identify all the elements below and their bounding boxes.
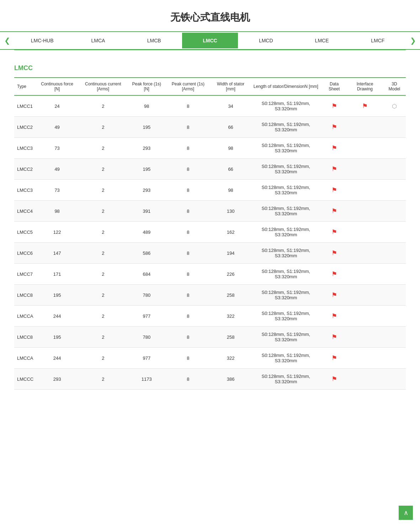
cell-peak-current: 8 (165, 306, 211, 327)
cell-interface-drawing (347, 159, 383, 180)
cell-interface-drawing[interactable]: ⚑ (347, 95, 383, 117)
nav-tab-lmc-hub[interactable]: LMC-HUB (14, 33, 70, 48)
nav-tab-lmce[interactable]: LMCE (294, 33, 350, 48)
col-header-interface-drawing: Interface Drawing (347, 78, 383, 95)
cell-data-sheet[interactable]: ⚑ (321, 369, 347, 390)
cell-data-sheet[interactable]: ⚑ (321, 138, 347, 159)
cell-width-stator: 322 (211, 348, 250, 369)
table-row: LMCC717126848226S0:128mm, S1:192mm, S3:3… (14, 264, 406, 285)
cell-cont-force: 195 (36, 285, 78, 306)
cell-data-sheet[interactable]: ⚑ (321, 243, 347, 264)
cell-data-sheet[interactable]: ⚑ (321, 264, 347, 285)
cell-3d-model (383, 138, 406, 159)
cell-length-stator: S0:128mm, S1:192mm, S3:320mm (250, 201, 322, 222)
table-row: LMCC512224898162S0:128mm, S1:192mm, S3:3… (14, 222, 406, 243)
cell-type: LMCC2 (14, 159, 36, 180)
cell-peak-force: 293 (128, 138, 165, 159)
cell-3d-model (383, 264, 406, 285)
cell-data-sheet[interactable]: ⚑ (321, 306, 347, 327)
pdf-icon[interactable]: ⚑ (331, 291, 337, 299)
cell-width-stator: 322 (211, 306, 250, 327)
cell-type: LMCC2 (14, 117, 36, 138)
cell-cont-current: 2 (78, 348, 128, 369)
pdf-icon[interactable]: ⚑ (331, 249, 337, 257)
cell-data-sheet[interactable]: ⚑ (321, 222, 347, 243)
cell-interface-drawing (347, 117, 383, 138)
nav-right-arrow[interactable]: ❯ (406, 32, 420, 49)
cell-3d-model (383, 369, 406, 390)
nav-tabs: LMC-HUBLMCALMCBLMCCLMCDLMCELMCF (14, 33, 406, 48)
table-row: LMCCA24429778322S0:128mm, S1:192mm, S3:3… (14, 348, 406, 369)
cell-peak-current: 8 (165, 159, 211, 180)
cell-peak-current: 8 (165, 117, 211, 138)
cell-width-stator: 258 (211, 285, 250, 306)
nav-tab-lmcb[interactable]: LMCB (126, 33, 182, 48)
cell-data-sheet[interactable]: ⚑ (321, 201, 347, 222)
cell-cont-current: 2 (78, 264, 128, 285)
cell-width-stator: 162 (211, 222, 250, 243)
cell-interface-drawing (347, 306, 383, 327)
pdf-icon[interactable]: ⚑ (331, 354, 337, 362)
cell-peak-current: 8 (165, 222, 211, 243)
cell-data-sheet[interactable]: ⚑ (321, 117, 347, 138)
cell-interface-drawing (347, 264, 383, 285)
col-header-model-3d: 3D Model (383, 78, 406, 95)
cell-cont-current: 2 (78, 138, 128, 159)
cell-length-stator: S0:128mm, S1:192mm, S3:320mm (250, 159, 322, 180)
nav-tab-lmcf[interactable]: LMCF (350, 33, 406, 48)
cell-data-sheet[interactable]: ⚑ (321, 180, 347, 201)
col-header-cont-current: Continuous current [Arms] (78, 78, 128, 95)
cell-interface-drawing (347, 180, 383, 201)
pdf-icon[interactable]: ⚑ (331, 228, 337, 236)
nav-tab-lmca[interactable]: LMCA (70, 33, 126, 48)
cell-3d-model[interactable]: ⬡ (383, 95, 406, 117)
section-title: LMCC (14, 64, 406, 72)
cell-length-stator: S0:128mm, S1:192mm, S3:320mm (250, 306, 322, 327)
interface-pdf-icon[interactable]: ⚑ (362, 102, 368, 110)
pdf-icon[interactable]: ⚑ (331, 144, 337, 152)
pdf-icon[interactable]: ⚑ (331, 165, 337, 173)
cell-length-stator: S0:128mm, S1:192mm, S3:320mm (250, 348, 322, 369)
col-header-peak-force: Peak force (1s) [N] (128, 78, 165, 95)
cell-data-sheet[interactable]: ⚑ (321, 95, 347, 117)
cell-peak-force: 98 (128, 95, 165, 117)
pdf-icon[interactable]: ⚑ (331, 207, 337, 215)
cell-data-sheet[interactable]: ⚑ (321, 285, 347, 306)
pdf-icon[interactable]: ⚑ (331, 270, 337, 278)
cell-type: LMCC3 (14, 138, 36, 159)
cell-cont-force: 293 (36, 369, 78, 390)
cell-cont-force: 195 (36, 327, 78, 348)
pdf-icon[interactable]: ⚑ (331, 123, 337, 131)
cell-peak-current: 8 (165, 201, 211, 222)
pdf-icon[interactable]: ⚑ (331, 186, 337, 194)
nav-tab-lmcc[interactable]: LMCC (182, 33, 238, 48)
pdf-icon[interactable]: ⚑ (331, 102, 337, 110)
table-row: LMCC2492195866S0:128mm, S1:192mm, S3:320… (14, 159, 406, 180)
cell-width-stator: 98 (211, 138, 250, 159)
cell-interface-drawing (347, 369, 383, 390)
cell-length-stator: S0:128mm, S1:192mm, S3:320mm (250, 243, 322, 264)
cell-data-sheet[interactable]: ⚑ (321, 348, 347, 369)
cell-length-stator: S0:128mm, S1:192mm, S3:320mm (250, 117, 322, 138)
col-header-width-stator: Width of stator [mm] (211, 78, 250, 95)
pdf-icon[interactable]: ⚑ (331, 333, 337, 341)
nav-tab-lmcd[interactable]: LMCD (238, 33, 294, 48)
pdf-icon[interactable]: ⚑ (331, 375, 337, 383)
cell-data-sheet[interactable]: ⚑ (321, 327, 347, 348)
cell-cont-force: 244 (36, 348, 78, 369)
cell-3d-model (383, 348, 406, 369)
cell-length-stator: S0:128mm, S1:192mm, S3:320mm (250, 264, 322, 285)
model-3d-icon[interactable]: ⬡ (392, 103, 397, 109)
cell-peak-force: 780 (128, 327, 165, 348)
cell-interface-drawing (347, 327, 383, 348)
cell-cont-current: 2 (78, 180, 128, 201)
cell-interface-drawing (347, 201, 383, 222)
cell-type: LMCCC (14, 369, 36, 390)
cell-peak-force: 977 (128, 348, 165, 369)
cell-3d-model (383, 201, 406, 222)
pdf-icon[interactable]: ⚑ (331, 312, 337, 320)
table-row: LMCC819527808258S0:128mm, S1:192mm, S3:3… (14, 327, 406, 348)
nav-left-arrow[interactable]: ❮ (0, 32, 14, 49)
cell-data-sheet[interactable]: ⚑ (321, 159, 347, 180)
cell-type: LMCC3 (14, 180, 36, 201)
